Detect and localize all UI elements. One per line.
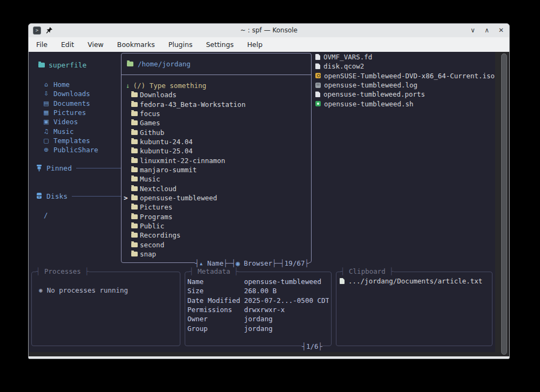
preview-file-row[interactable]: opensuse-tumbleweed.ports [315,90,494,99]
file-entry[interactable]: Recordings [122,231,310,240]
file-entry[interactable]: manjaro-summit [122,165,310,174]
file-entry[interactable]: second [122,240,310,249]
file-entry[interactable]: kubuntu-24.04 [122,137,310,146]
preview-file-row[interactable]: disk.qcow2 [315,62,494,71]
clipboard-item[interactable]: .../jordang/Documents/article.txt [340,276,482,286]
menu-file[interactable]: File [32,39,52,50]
preview-file-row[interactable]: opensuse-tumbleweed.log [315,80,494,90]
metadata-label: Group [187,325,244,333]
menu-bookmarks[interactable]: Bookmarks [113,39,159,50]
templates-icon: ▢ [43,137,50,144]
metadata-label: Permissions [187,306,244,314]
sidebar-item-label: Pictures [53,109,86,117]
clipboard-item-path: .../jordang/Documents/article.txt [348,277,482,285]
browser-entries: Downloadsfedora-43_Beta-Workstationfocus… [122,90,310,259]
file-entry[interactable]: focus [122,109,310,118]
sort-label[interactable]: Name [207,259,224,267]
processes-empty-row: ◉ No processes running [39,286,128,294]
metadata-row: Nameopensuse-tumbleweed [187,277,329,286]
file-icon [315,63,320,69]
disks-label: Disks [46,192,68,200]
maximize-button[interactable]: ∧ [483,26,490,35]
file-entry-name: Recordings [140,231,180,239]
preview-file-name: opensuse-tumbleweed.sh [324,100,414,108]
file-entry[interactable]: Pictures [122,202,310,212]
file-entry-name: opensuse-tumbleweed [140,194,217,202]
sidebar-item-root[interactable]: / [44,211,48,219]
menu-settings[interactable]: Settings [201,39,238,50]
metadata-value: jordang [244,325,273,333]
file-entry-name: snap [140,250,156,258]
titlebar[interactable]: > ~ : spf — Konsole ∨ ∧ ✕ [29,24,509,37]
app-folder-icon [38,63,45,67]
file-entry-name: linuxmint-22-cinnamon [140,157,225,165]
sidebar-app-title: superfile [38,61,86,69]
menu-edit[interactable]: Edit [57,39,78,50]
file-entry[interactable]: Music [122,174,310,184]
browser-path-bar[interactable]: /home/jordang [122,53,311,75]
clipboard-title: Clipboard [341,267,394,275]
preview-file-name: OVMF_VARS.fd [323,53,372,61]
mode-label: Browser [244,259,273,267]
file-entry-name: Nextcloud [140,185,177,193]
superfile-app: superfile ⌂Home⇩Downloads▤Documents▦Pict… [29,52,495,352]
metadata-label: Owner [187,315,244,323]
metadata-value: 268.00 B [244,287,276,295]
menu-view[interactable]: View [83,39,108,50]
folder-icon [131,139,138,144]
folder-icon [131,130,138,135]
file-entry[interactable]: Games [122,118,310,127]
file-entry[interactable]: Nextcloud [122,184,310,193]
menu-plugins[interactable]: Plugins [164,39,197,50]
browser-mode-icon: ◉ [236,259,244,267]
file-entry-name: Programs [140,213,172,221]
file-entry[interactable]: Github [122,128,310,137]
file-entry[interactable]: Programs [122,212,310,221]
search-arrow-icon: ↓ [126,82,130,90]
clipboard-file-icon [340,278,345,284]
search-input[interactable]: ↓ (/) Type something [122,81,310,90]
scrollbar-thumb[interactable] [501,53,507,355]
folder-icon [131,224,138,228]
preview-file-row[interactable]: OVMF_VARS.fd [315,52,494,62]
folder-icon [131,111,138,116]
path-folder-icon [127,62,133,66]
clipboard-panel: Clipboard .../jordang/Documents/article.… [336,272,492,346]
folder-icon [131,167,138,172]
processes-empty-message: No processes running [47,286,129,294]
metadata-page-counter: ┤1/6├ [302,342,322,350]
file-entry[interactable]: Public [122,221,310,231]
folder-icon [131,102,138,107]
menu-help[interactable]: Help [243,39,267,50]
file-entry-name: kubuntu-25.04 [140,147,193,155]
file-entry[interactable]: fedora-43_Beta-Workstation [122,100,310,109]
app-title-label: superfile [49,61,86,69]
scrollbar-track[interactable] [500,52,509,356]
metadata-row: Size268.00 B [187,286,329,295]
file-entry-name: Public [140,222,164,230]
sidebar-item-label: PublicShare [53,146,98,154]
current-path: /home/jordang [138,60,191,68]
file-entry[interactable]: linuxmint-22-cinnamon [122,156,310,165]
file-entry-name: second [140,241,164,249]
file-entry-name: Pictures [140,203,172,211]
file-entry[interactable]: kubuntu-25.04 [122,146,310,156]
folder-icon [131,233,138,238]
sort-direction-icon[interactable]: ▴ [199,259,207,267]
file-entry[interactable]: Downloads [122,90,310,99]
close-button[interactable]: ✕ [497,26,505,35]
file-entry-name: fedora-43_Beta-Workstation [140,100,246,109]
konsole-window: > ~ : spf — Konsole ∨ ∧ ✕ FileEditViewBo… [28,23,510,359]
minimize-button[interactable]: ∨ [469,26,476,35]
preview-file-row[interactable]: openSUSE-Tumbleweed-DVD-x86_64-Current.i… [315,71,494,80]
documents-icon: ▤ [43,100,50,107]
metadata-value: drwxrwxr-x [244,306,285,314]
terminal-viewport[interactable]: superfile ⌂Home⇩Downloads▤Documents▦Pict… [29,52,509,356]
sidebar-item-label: Templates [53,137,90,145]
file-entry[interactable]: >opensuse-tumbleweed [122,193,310,202]
file-entry[interactable]: snap [122,249,310,259]
preview-file-row[interactable]: opensuse-tumbleweed.sh [315,99,494,109]
sidebar-item-label: Documents [53,99,90,107]
process-status-icon: ◉ [39,287,43,294]
file-counter: 19/67 [285,259,305,267]
